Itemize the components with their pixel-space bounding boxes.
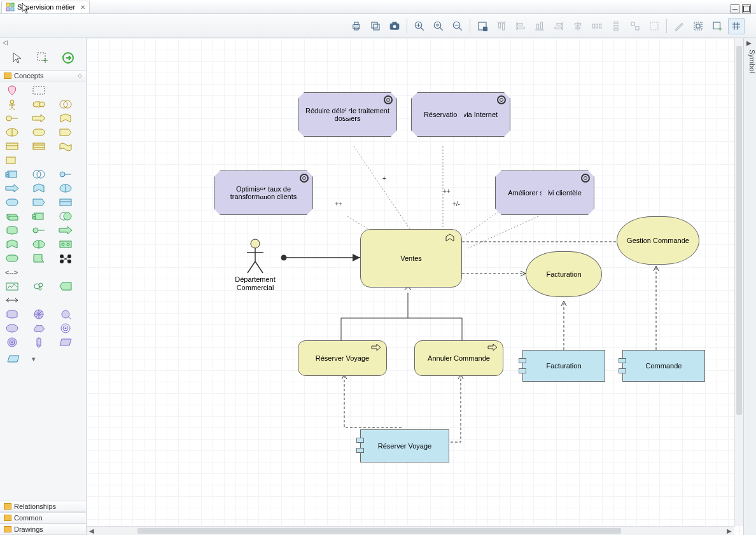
component-commande[interactable]: Commande — [622, 350, 705, 382]
palette-item[interactable] — [32, 197, 46, 207]
palette-item[interactable] — [5, 323, 19, 333]
palette-item[interactable] — [59, 183, 73, 193]
palette-item[interactable] — [32, 113, 46, 123]
goal-reservation-internet[interactable]: Réservation via Internet — [411, 92, 510, 137]
palette-item[interactable] — [5, 127, 19, 137]
palette-item[interactable] — [32, 253, 46, 263]
palette-item[interactable] — [32, 337, 46, 347]
align-left-button[interactable] — [512, 18, 529, 34]
distribute-h-button[interactable] — [589, 18, 605, 34]
symbol-panel[interactable]: ▶ Symbol — [743, 38, 756, 535]
palette-item[interactable] — [59, 141, 73, 151]
component-reserver-voyage[interactable]: Réserver Voyage — [360, 429, 449, 462]
palette-item[interactable] — [32, 169, 46, 179]
palette-item[interactable] — [59, 225, 73, 235]
palette-item[interactable] — [32, 141, 46, 151]
align-bottom-button[interactable] — [531, 18, 548, 34]
goal-ameliorer-suivi[interactable]: Améliorer suivi clientèle — [495, 170, 594, 215]
palette-item[interactable] — [32, 281, 46, 291]
link-tool[interactable] — [60, 50, 76, 66]
palette-item[interactable] — [5, 183, 19, 193]
palette-collapse-arrow[interactable]: ◁ — [0, 38, 86, 46]
palette-item[interactable] — [5, 211, 19, 221]
palette-item[interactable] — [59, 281, 73, 291]
palette-item[interactable] — [5, 281, 19, 291]
component-facturation[interactable]: Facturation — [522, 350, 605, 382]
palette-item[interactable] — [59, 337, 73, 347]
select-mode-button[interactable] — [474, 18, 491, 34]
align-top-button[interactable] — [493, 18, 510, 34]
palette-more[interactable]: ▾ — [27, 354, 41, 364]
horizontal-scrollbar[interactable]: ◀▶ — [87, 526, 734, 535]
palette-item[interactable] — [5, 253, 19, 263]
grid-toggle-button[interactable] — [728, 18, 745, 34]
palette-item[interactable] — [5, 99, 19, 109]
palette-item[interactable] — [5, 225, 19, 235]
palette-item[interactable] — [59, 113, 73, 123]
actor-departement-commercial[interactable]: Département Commercial — [227, 239, 284, 292]
crop-button[interactable] — [646, 18, 662, 34]
zoom-in-button[interactable] — [411, 18, 428, 34]
palette-item[interactable] — [59, 309, 73, 319]
palette-item[interactable] — [59, 197, 73, 207]
minimize-button[interactable] — [731, 4, 739, 13]
palette-section-relationships[interactable]: Relationships — [0, 501, 86, 512]
palette-item[interactable] — [5, 85, 19, 95]
zoom-out-button[interactable] — [449, 18, 466, 34]
style-button[interactable] — [690, 18, 706, 34]
palette-item[interactable] — [59, 99, 73, 109]
align-center-h-button[interactable] — [570, 18, 586, 34]
add-shape-button[interactable] — [709, 18, 725, 34]
palette-item[interactable] — [5, 309, 19, 319]
select-tool[interactable] — [10, 50, 25, 66]
palette-item[interactable] — [32, 127, 46, 137]
service-facturation[interactable]: Facturation — [526, 251, 602, 297]
palette-section-drawings[interactable]: Drawings — [0, 524, 86, 535]
palette-section-concepts[interactable]: Concepts ◇ — [0, 70, 86, 81]
palette-item[interactable] — [59, 211, 73, 221]
palette-item[interactable] — [5, 113, 19, 123]
process-ventes[interactable]: Ventes — [360, 229, 462, 288]
palette-item[interactable] — [5, 337, 19, 347]
palette-item[interactable] — [59, 253, 73, 263]
palette-item[interactable] — [32, 183, 46, 193]
palette-item[interactable] — [32, 225, 46, 235]
distribute-v-button[interactable] — [608, 18, 624, 34]
palette-item[interactable] — [32, 239, 46, 249]
palette-item[interactable] — [32, 99, 46, 109]
align-right-button[interactable] — [550, 18, 567, 34]
process-reserver-voyage[interactable]: Réserver Voyage — [298, 340, 387, 376]
palette-item[interactable] — [32, 85, 46, 95]
brush-button[interactable] — [671, 18, 687, 34]
palette-item[interactable] — [5, 169, 19, 179]
palette-item[interactable] — [32, 211, 46, 221]
palette-item[interactable] — [32, 309, 46, 319]
snapshot-button[interactable] — [386, 18, 403, 34]
palette-item[interactable]: <--> — [5, 267, 19, 277]
close-icon[interactable]: ✕ — [80, 4, 85, 11]
save-image-button[interactable] — [367, 18, 384, 34]
palette-item[interactable] — [5, 295, 19, 305]
goal-reduire-delai[interactable]: Réduire délai de traitement dossiers — [298, 92, 397, 137]
palette-item[interactable] — [5, 155, 19, 165]
maximize-button[interactable] — [742, 4, 751, 13]
palette-item[interactable] — [59, 323, 73, 333]
palette-item[interactable] — [59, 169, 73, 179]
palette-item[interactable] — [59, 127, 73, 137]
marquee-tool[interactable] — [35, 50, 50, 66]
palette-section-common[interactable]: Common — [0, 512, 86, 524]
service-gestion-commande[interactable]: Gestion Commande — [617, 216, 699, 265]
palette-item[interactable] — [5, 239, 19, 249]
palette-item[interactable] — [5, 197, 19, 207]
palette-item[interactable] — [59, 239, 73, 249]
same-size-button[interactable] — [627, 18, 643, 34]
process-annuler-commande[interactable]: Annuler Commande — [414, 340, 503, 376]
vertical-scrollbar[interactable] — [734, 38, 743, 526]
print-button[interactable] — [348, 18, 365, 34]
palette-item[interactable] — [5, 141, 19, 151]
zoom-fit-button[interactable] — [430, 18, 447, 34]
goal-optimiser-taux[interactable]: Optimiser taux de transformation clients — [214, 170, 313, 215]
palette-item[interactable] — [6, 354, 20, 364]
tab-supervision[interactable]: Supervision métier ✕ — [1, 1, 90, 13]
palette-item[interactable] — [32, 323, 46, 333]
